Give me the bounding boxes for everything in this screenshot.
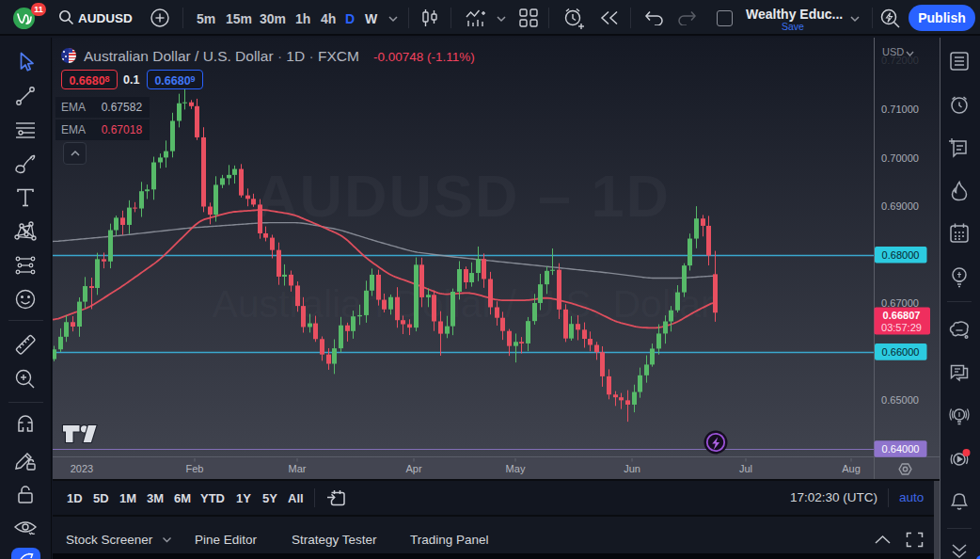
svg-text:0.70000: 0.70000 <box>881 152 919 164</box>
svg-text:0.69000: 0.69000 <box>881 200 919 212</box>
svg-text:Australian Dollar / U.S. Dolla: Australian Dollar / U.S. Dollar <box>212 282 713 326</box>
svg-text:03:57:29: 03:57:29 <box>881 322 922 333</box>
svg-text:May: May <box>506 463 526 474</box>
svg-text:0.65000: 0.65000 <box>881 394 919 406</box>
svg-text:0.68000: 0.68000 <box>882 249 920 261</box>
svg-text:Apr: Apr <box>405 463 421 474</box>
svg-text:Jun: Jun <box>624 463 640 474</box>
svg-text:Aug: Aug <box>842 463 861 474</box>
svg-text:Jul: Jul <box>739 463 752 474</box>
svg-text:Feb: Feb <box>186 463 204 474</box>
svg-text:0.64000: 0.64000 <box>882 443 920 455</box>
svg-text:0.66807: 0.66807 <box>883 310 921 321</box>
svg-text:0.71000: 0.71000 <box>881 104 919 115</box>
svg-text:0.67000: 0.67000 <box>881 297 919 309</box>
svg-text:AUDUSD – 1D: AUDUSD – 1D <box>255 163 671 229</box>
svg-text:Mar: Mar <box>289 463 307 474</box>
svg-text:0.66000: 0.66000 <box>882 346 920 358</box>
svg-text:2023: 2023 <box>71 463 93 474</box>
svg-text:USD: USD <box>882 46 904 57</box>
